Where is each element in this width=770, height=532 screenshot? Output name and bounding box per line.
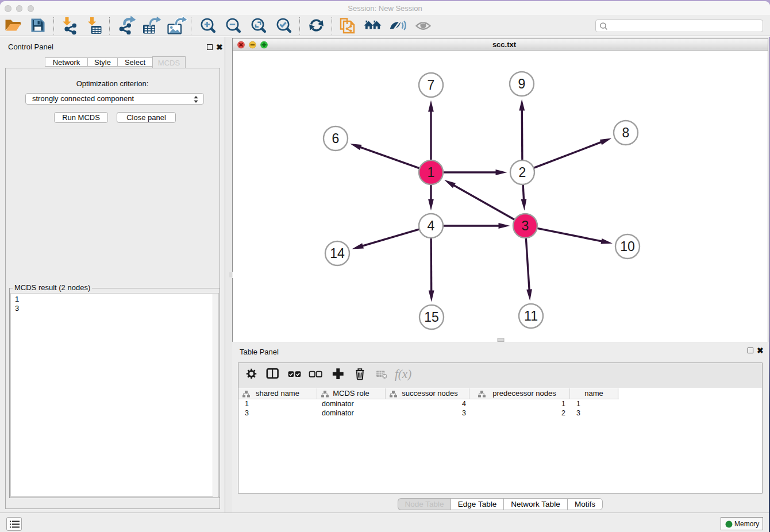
svg-text:6: 6 bbox=[332, 131, 340, 146]
svg-text:2: 2 bbox=[519, 165, 526, 180]
svg-text:1: 1 bbox=[428, 165, 435, 180]
svg-text:3: 3 bbox=[522, 218, 529, 233]
svg-text:14: 14 bbox=[330, 246, 345, 261]
svg-text:10: 10 bbox=[620, 239, 635, 254]
svg-text:11: 11 bbox=[524, 309, 538, 323]
svg-text:f(x): f(x) bbox=[395, 367, 411, 381]
svg-text:7: 7 bbox=[428, 78, 435, 92]
svg-text:15: 15 bbox=[424, 310, 439, 325]
svg-text:4: 4 bbox=[428, 218, 435, 233]
svg-text:9: 9 bbox=[518, 76, 526, 91]
svg-text:8: 8 bbox=[622, 125, 630, 140]
